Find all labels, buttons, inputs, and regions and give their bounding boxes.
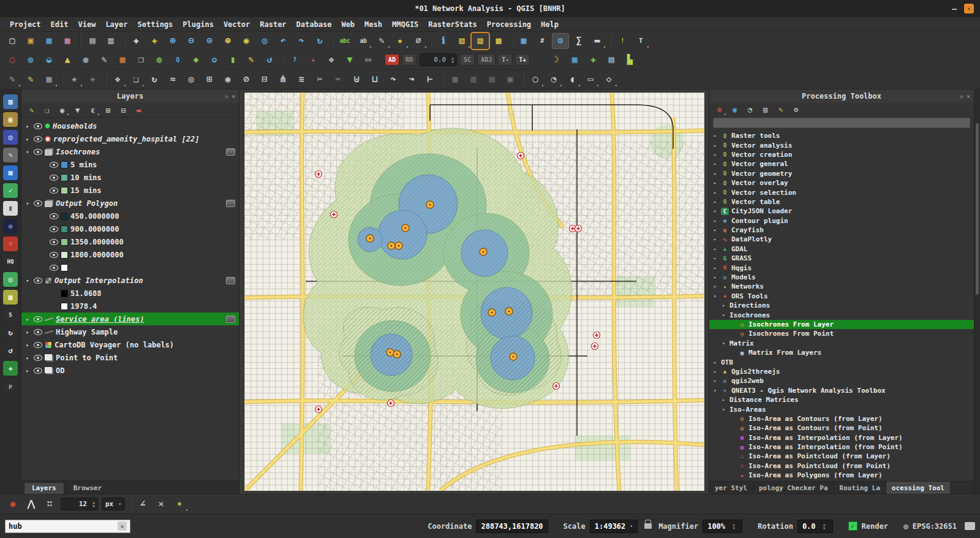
- expander-icon[interactable]: ▸: [24, 123, 31, 129]
- expander-icon[interactable]: ▸: [712, 171, 718, 176]
- spin-arrows-icon[interactable]: ▲▼: [89, 498, 97, 510]
- dotted-marker-button[interactable]: ∷: [41, 496, 58, 512]
- delete-ring-button[interactable]: ⊘: [238, 72, 255, 88]
- field-calculator-button[interactable]: #: [533, 33, 551, 49]
- zoom-next-button[interactable]: ↷: [293, 33, 310, 49]
- panel-float-icon[interactable]: ▫: [960, 93, 963, 99]
- layer-row[interactable]: 15 mins: [21, 184, 239, 197]
- circle-2points-button[interactable]: ◯▾: [527, 72, 544, 88]
- add-part-button[interactable]: ⊞: [201, 72, 218, 88]
- vertex-tool-current-button[interactable]: ✳: [84, 72, 101, 88]
- plugin-curve-button[interactable]: ☽: [548, 52, 565, 68]
- circle-3points-button[interactable]: ◔▾: [545, 72, 562, 88]
- new-shapefile-button[interactable]: ✎: [96, 52, 113, 68]
- expander-icon[interactable]: ▸: [24, 316, 31, 322]
- visibility-eye-icon[interactable]: [34, 316, 42, 322]
- menu-mesh[interactable]: Mesh: [360, 19, 387, 30]
- auxiliary-sc-button[interactable]: SC: [460, 54, 475, 66]
- simplify-feature-button[interactable]: ≈: [164, 72, 181, 88]
- toolbox-row[interactable]: ◷Isochrones From Point: [709, 329, 974, 338]
- map-canvas[interactable]: [244, 92, 704, 490]
- toolbox-row[interactable]: ▸HHqgis: [709, 263, 974, 272]
- offset-point-symbols-button[interactable]: ↝: [403, 72, 420, 88]
- remove-layer-button[interactable]: ▬: [132, 104, 146, 116]
- fill-ring-button[interactable]: ◉: [219, 72, 236, 88]
- visibility-eye-icon[interactable]: [34, 149, 42, 155]
- layer-indicator-badge[interactable]: [226, 148, 235, 156]
- toolbox-titlebar[interactable]: Processing Toolbox ▫ ✕: [709, 89, 974, 103]
- reshape-features-button[interactable]: ⋔: [274, 72, 292, 88]
- undo-style-button[interactable]: ↺: [261, 52, 278, 68]
- delete-part-button[interactable]: ⊟: [256, 72, 273, 88]
- night-globe-panel-button[interactable]: ●: [3, 219, 18, 233]
- node-cross-button[interactable]: ✕: [153, 496, 170, 512]
- undo-tool-button[interactable]: ↺: [3, 343, 18, 358]
- mmqgis-tool-button[interactable]: ▦: [114, 52, 131, 68]
- visibility-eye-icon[interactable]: [50, 239, 58, 245]
- expander-icon[interactable]: ▾: [720, 341, 727, 346]
- expander-icon[interactable]: ▾: [24, 278, 31, 284]
- dock-tab-yer-styl[interactable]: yer Styl: [709, 482, 753, 494]
- visibility-eye-icon[interactable]: [50, 226, 58, 232]
- open-layer-styling-button[interactable]: ✎: [24, 104, 39, 116]
- visibility-eye-icon[interactable]: [50, 162, 58, 168]
- toolbox-row[interactable]: ◷Isochrones From Layer: [709, 320, 974, 329]
- panel-close-icon[interactable]: ✕: [967, 93, 970, 99]
- layer-row[interactable]: 1978.4: [21, 300, 239, 313]
- expander-icon[interactable]: ▸: [712, 208, 718, 214]
- expander-icon[interactable]: ▸: [712, 369, 718, 374]
- save-project-button[interactable]: ▦: [40, 33, 58, 49]
- measure-line-bar-button[interactable]: ▬▾: [589, 33, 606, 49]
- trim-extend-button[interactable]: ⊢: [421, 72, 439, 88]
- layer-row[interactable]: ▸Highway Sample: [21, 325, 239, 338]
- expander-icon[interactable]: ▸: [712, 143, 718, 148]
- layer-row[interactable]: 5 mins: [21, 158, 239, 171]
- spin-arrows-icon[interactable]: ▲▼: [729, 523, 737, 530]
- node-star-button[interactable]: ✶▾: [171, 496, 188, 512]
- in-place-editing-button[interactable]: ◉: [728, 104, 742, 116]
- merge-features-button[interactable]: ⊎: [348, 72, 365, 88]
- expander-icon[interactable]: ▸: [712, 180, 718, 186]
- messages-icon[interactable]: [965, 522, 975, 530]
- panel-close-icon[interactable]: ✕: [232, 93, 235, 99]
- toolbox-row[interactable]: ▩Iso-Area as Interpolation (from Point): [709, 442, 974, 452]
- model-tools-button[interactable]: ⚙▾: [712, 104, 726, 116]
- toolbox-scrollbar[interactable]: [974, 89, 980, 494]
- layer-row[interactable]: ▾Output Polygon: [21, 197, 239, 210]
- new-print-layout-button[interactable]: ▤: [84, 33, 101, 49]
- toolbox-search-input[interactable]: [713, 118, 970, 128]
- osm-place-search-button[interactable]: ◎: [3, 272, 18, 287]
- marker-size-spin[interactable]: 12▲▼: [61, 498, 98, 510]
- zoom-to-selection-button[interactable]: ◉: [238, 33, 255, 49]
- expander-icon[interactable]: ▸: [712, 256, 718, 261]
- locator-clear-icon[interactable]: ✕: [118, 521, 127, 531]
- scale-lock-icon[interactable]: [644, 523, 652, 529]
- marker-units-combo[interactable]: px▾: [102, 498, 125, 510]
- tab-layers[interactable]: Layers: [24, 482, 64, 494]
- export-map-button[interactable]: ❒: [132, 52, 149, 68]
- scrollbar-thumb[interactable]: [976, 123, 979, 295]
- auxiliary-ad-button[interactable]: AD: [385, 54, 399, 66]
- select-by-value-button[interactable]: ▨: [472, 33, 489, 49]
- label-rotation-spin[interactable]: 0.0▲▼: [420, 53, 457, 66]
- menu-vector[interactable]: Vector: [219, 19, 255, 30]
- georeferencer-panel-button[interactable]: ◎: [3, 130, 18, 145]
- title-bar[interactable]: *01 Network Analysis - QGIS [BNHR] – ✕: [0, 0, 980, 17]
- visibility-eye-icon[interactable]: [50, 175, 58, 181]
- network-tool-4-button[interactable]: ▣: [502, 72, 519, 88]
- processing-panel-button[interactable]: ■: [3, 165, 18, 180]
- layer-row[interactable]: ▸Point to Point: [21, 351, 239, 364]
- expander-icon[interactable]: ▸: [712, 133, 718, 138]
- histogram-tool-button[interactable]: ▙: [621, 52, 638, 68]
- select-by-radius-button[interactable]: ◌: [4, 52, 21, 68]
- toolbox-row[interactable]: ▸QVector selection: [709, 188, 974, 197]
- layer-row[interactable]: ▸Service area (lines): [21, 313, 239, 325]
- scale-combo[interactable]: 1:49362 ▾: [590, 520, 638, 533]
- rotate-feature-button[interactable]: ↻: [146, 72, 163, 88]
- panel-float-icon[interactable]: ▫: [225, 93, 228, 99]
- expander-icon[interactable]: ▸: [712, 378, 718, 384]
- red-dot-tool-button[interactable]: ◦: [3, 237, 18, 251]
- zoom-native-button[interactable]: ⊙: [201, 33, 218, 49]
- toolbox-row[interactable]: ▸◉Contour plugin: [709, 216, 974, 225]
- osm-search-button[interactable]: Q: [169, 52, 186, 68]
